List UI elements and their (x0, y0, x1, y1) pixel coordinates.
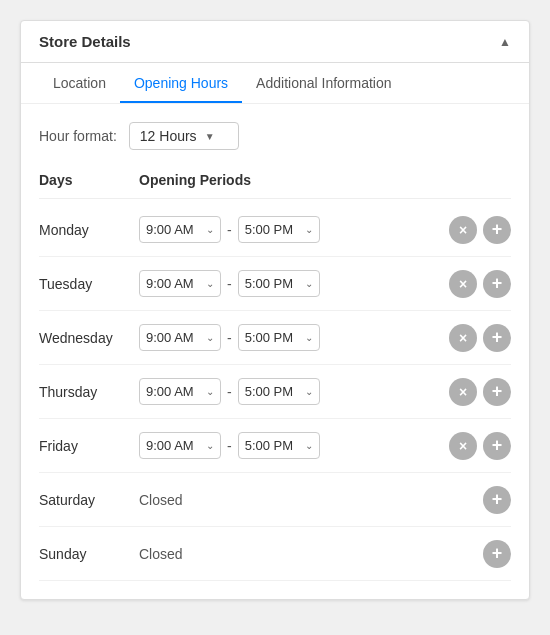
close-time-select-thursday[interactable]: 12:00 AM1:00 AM2:00 AM3:00 AM4:00 AM5:00… (238, 378, 320, 405)
panel-body: Hour format: 12 Hours 24 Hours ▼ Days Op… (21, 104, 529, 599)
close-chevron-icon: ⌄ (305, 440, 313, 451)
open-time-select-friday[interactable]: 12:00 AM1:00 AM2:00 AM3:00 AM4:00 AM5:00… (139, 432, 221, 459)
action-btns-friday: ×+ (449, 432, 511, 460)
closed-label-saturday: Closed (139, 492, 183, 508)
open-time-dropdown-wednesday[interactable]: 12:00 AM1:00 AM2:00 AM3:00 AM4:00 AM5:00… (146, 330, 202, 345)
remove-period-button-wednesday[interactable]: × (449, 324, 477, 352)
store-details-panel: Store Details ▲ Location Opening Hours A… (20, 20, 530, 600)
open-chevron-icon: ⌄ (206, 332, 214, 343)
close-time-dropdown-thursday[interactable]: 12:00 AM1:00 AM2:00 AM3:00 AM4:00 AM5:00… (245, 384, 301, 399)
time-dash: - (227, 384, 232, 400)
open-chevron-icon: ⌄ (206, 440, 214, 451)
hour-format-select[interactable]: 12 Hours 24 Hours (140, 128, 197, 144)
hour-format-select-box[interactable]: 12 Hours 24 Hours ▼ (129, 122, 239, 150)
hour-format-row: Hour format: 12 Hours 24 Hours ▼ (39, 122, 511, 150)
close-chevron-icon: ⌄ (305, 332, 313, 343)
close-time-dropdown-monday[interactable]: 12:00 AM1:00 AM2:00 AM3:00 AM4:00 AM5:00… (245, 222, 301, 237)
open-time-select-tuesday[interactable]: 12:00 AM1:00 AM2:00 AM3:00 AM4:00 AM5:00… (139, 270, 221, 297)
day-name-friday: Friday (39, 438, 139, 454)
day-name-wednesday: Wednesday (39, 330, 139, 346)
col-days-header: Days (39, 172, 139, 188)
action-btns-tuesday: ×+ (449, 270, 511, 298)
collapse-icon[interactable]: ▲ (499, 35, 511, 49)
hour-format-label: Hour format: (39, 128, 117, 144)
time-dash: - (227, 276, 232, 292)
time-controls-tuesday: 12:00 AM1:00 AM2:00 AM3:00 AM4:00 AM5:00… (139, 270, 441, 297)
day-name-monday: Monday (39, 222, 139, 238)
day-name-thursday: Thursday (39, 384, 139, 400)
close-time-select-friday[interactable]: 12:00 AM1:00 AM2:00 AM3:00 AM4:00 AM5:00… (238, 432, 320, 459)
close-chevron-icon: ⌄ (305, 278, 313, 289)
remove-period-button-tuesday[interactable]: × (449, 270, 477, 298)
close-time-dropdown-wednesday[interactable]: 12:00 AM1:00 AM2:00 AM3:00 AM4:00 AM5:00… (245, 330, 301, 345)
panel-header: Store Details ▲ (21, 21, 529, 63)
close-chevron-icon: ⌄ (305, 224, 313, 235)
open-time-dropdown-tuesday[interactable]: 12:00 AM1:00 AM2:00 AM3:00 AM4:00 AM5:00… (146, 276, 202, 291)
day-row-wednesday: Wednesday12:00 AM1:00 AM2:00 AM3:00 AM4:… (39, 311, 511, 365)
add-period-button-saturday[interactable]: + (483, 486, 511, 514)
add-period-button-monday[interactable]: + (483, 216, 511, 244)
day-row-saturday: SaturdayClosed+ (39, 473, 511, 527)
closed-label-sunday: Closed (139, 546, 183, 562)
open-time-dropdown-thursday[interactable]: 12:00 AM1:00 AM2:00 AM3:00 AM4:00 AM5:00… (146, 384, 202, 399)
chevron-down-icon: ▼ (205, 131, 215, 142)
day-row-sunday: SundayClosed+ (39, 527, 511, 581)
add-period-button-sunday[interactable]: + (483, 540, 511, 568)
day-row-friday: Friday12:00 AM1:00 AM2:00 AM3:00 AM4:00 … (39, 419, 511, 473)
time-dash: - (227, 222, 232, 238)
day-name-tuesday: Tuesday (39, 276, 139, 292)
time-controls-wednesday: 12:00 AM1:00 AM2:00 AM3:00 AM4:00 AM5:00… (139, 324, 441, 351)
tab-additional-information[interactable]: Additional Information (242, 63, 405, 103)
tab-bar: Location Opening Hours Additional Inform… (21, 63, 529, 104)
panel-title: Store Details (39, 33, 131, 50)
open-time-dropdown-friday[interactable]: 12:00 AM1:00 AM2:00 AM3:00 AM4:00 AM5:00… (146, 438, 202, 453)
close-time-select-monday[interactable]: 12:00 AM1:00 AM2:00 AM3:00 AM4:00 AM5:00… (238, 216, 320, 243)
time-controls-friday: 12:00 AM1:00 AM2:00 AM3:00 AM4:00 AM5:00… (139, 432, 441, 459)
open-time-select-monday[interactable]: 12:00 AM1:00 AM2:00 AM3:00 AM4:00 AM5:00… (139, 216, 221, 243)
remove-period-button-monday[interactable]: × (449, 216, 477, 244)
close-time-select-tuesday[interactable]: 12:00 AM1:00 AM2:00 AM3:00 AM4:00 AM5:00… (238, 270, 320, 297)
open-chevron-icon: ⌄ (206, 278, 214, 289)
open-time-dropdown-monday[interactable]: 12:00 AM1:00 AM2:00 AM3:00 AM4:00 AM5:00… (146, 222, 202, 237)
open-time-select-thursday[interactable]: 12:00 AM1:00 AM2:00 AM3:00 AM4:00 AM5:00… (139, 378, 221, 405)
close-time-select-wednesday[interactable]: 12:00 AM1:00 AM2:00 AM3:00 AM4:00 AM5:00… (238, 324, 320, 351)
col-periods-header: Opening Periods (139, 172, 511, 188)
day-name-sunday: Sunday (39, 546, 139, 562)
add-period-button-thursday[interactable]: + (483, 378, 511, 406)
day-name-saturday: Saturday (39, 492, 139, 508)
add-period-button-tuesday[interactable]: + (483, 270, 511, 298)
open-chevron-icon: ⌄ (206, 224, 214, 235)
table-header: Days Opening Periods (39, 168, 511, 199)
tab-location[interactable]: Location (39, 63, 120, 103)
remove-period-button-friday[interactable]: × (449, 432, 477, 460)
day-row-thursday: Thursday12:00 AM1:00 AM2:00 AM3:00 AM4:0… (39, 365, 511, 419)
open-time-select-wednesday[interactable]: 12:00 AM1:00 AM2:00 AM3:00 AM4:00 AM5:00… (139, 324, 221, 351)
close-time-dropdown-tuesday[interactable]: 12:00 AM1:00 AM2:00 AM3:00 AM4:00 AM5:00… (245, 276, 301, 291)
add-period-button-wednesday[interactable]: + (483, 324, 511, 352)
day-row-tuesday: Tuesday12:00 AM1:00 AM2:00 AM3:00 AM4:00… (39, 257, 511, 311)
close-time-dropdown-friday[interactable]: 12:00 AM1:00 AM2:00 AM3:00 AM4:00 AM5:00… (245, 438, 301, 453)
action-btns-wednesday: ×+ (449, 324, 511, 352)
open-chevron-icon: ⌄ (206, 386, 214, 397)
action-btns-monday: ×+ (449, 216, 511, 244)
time-controls-monday: 12:00 AM1:00 AM2:00 AM3:00 AM4:00 AM5:00… (139, 216, 441, 243)
close-chevron-icon: ⌄ (305, 386, 313, 397)
time-dash: - (227, 330, 232, 346)
action-btns-thursday: ×+ (449, 378, 511, 406)
tab-opening-hours[interactable]: Opening Hours (120, 63, 242, 103)
time-controls-thursday: 12:00 AM1:00 AM2:00 AM3:00 AM4:00 AM5:00… (139, 378, 441, 405)
days-container: Monday12:00 AM1:00 AM2:00 AM3:00 AM4:00 … (39, 203, 511, 581)
add-period-button-friday[interactable]: + (483, 432, 511, 460)
remove-period-button-thursday[interactable]: × (449, 378, 477, 406)
day-row-monday: Monday12:00 AM1:00 AM2:00 AM3:00 AM4:00 … (39, 203, 511, 257)
time-dash: - (227, 438, 232, 454)
